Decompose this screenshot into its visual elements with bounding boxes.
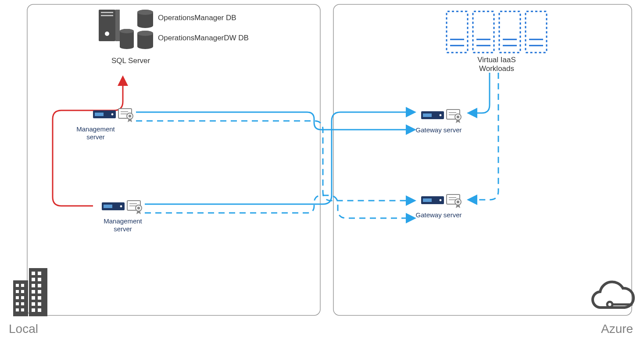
svg-rect-22: [32, 302, 35, 306]
svg-rect-11: [21, 308, 24, 311]
svg-rect-24: [32, 308, 35, 312]
svg-point-39: [137, 23, 153, 28]
svg-point-68: [457, 116, 459, 118]
svg-rect-46: [95, 113, 104, 116]
workloads-label-l1: Virtual IaaS: [477, 56, 516, 64]
svg-rect-28: [99, 10, 115, 41]
azure-boundary: [333, 4, 632, 315]
mgmt2-to-gw2: [145, 195, 415, 218]
svg-rect-34: [120, 31, 134, 47]
svg-rect-18: [32, 290, 35, 293]
database-bottom-icon: [137, 31, 153, 49]
gateway-server-2: [421, 194, 461, 208]
svg-rect-12: [32, 272, 35, 275]
svg-rect-8: [16, 302, 19, 305]
database-left-icon: [120, 29, 134, 49]
svg-rect-0: [13, 280, 28, 316]
db1-label: OperationsManager DB: [158, 14, 236, 22]
svg-rect-17: [38, 284, 41, 287]
svg-rect-13: [38, 272, 41, 275]
svg-point-40: [137, 10, 153, 15]
mgmt-server-2: [102, 201, 142, 214]
svg-rect-9: [21, 302, 24, 305]
svg-rect-25: [38, 308, 41, 312]
svg-point-44: [137, 31, 153, 36]
database-top-icon: [137, 10, 153, 28]
svg-rect-16: [32, 284, 35, 287]
svg-rect-5: [21, 290, 24, 293]
svg-rect-86: [526, 11, 547, 53]
svg-rect-23: [38, 302, 41, 306]
svg-rect-62: [423, 113, 432, 117]
svg-point-55: [120, 205, 122, 208]
db2-label: OperationsManagerDW DB: [158, 34, 249, 42]
workloads-to-gw2: [469, 73, 498, 200]
svg-rect-54: [104, 205, 112, 208]
svg-rect-6: [16, 296, 19, 299]
svg-point-26: [607, 302, 612, 307]
local-boundary: [27, 4, 320, 315]
svg-rect-14: [32, 278, 35, 281]
svg-rect-77: [447, 11, 468, 53]
gw1-label: Gateway server: [415, 126, 462, 134]
svg-rect-80: [473, 11, 494, 53]
svg-rect-83: [499, 11, 520, 53]
cloud-icon: [593, 282, 633, 308]
svg-rect-29: [115, 10, 120, 41]
svg-rect-4: [16, 290, 19, 293]
mgmt2-label-l1: Management: [104, 217, 142, 225]
workloads-to-gw1: [469, 73, 490, 113]
svg-point-52: [129, 115, 131, 117]
svg-point-71: [440, 199, 442, 202]
mgmt1-to-gw2: [136, 121, 415, 201]
sql-server-group: [99, 10, 153, 49]
svg-rect-30: [101, 12, 113, 13]
rack-server-icon: [99, 10, 120, 41]
svg-point-47: [111, 113, 114, 116]
workloads-label-l2: Workloads: [479, 64, 514, 73]
svg-rect-7: [21, 296, 24, 299]
svg-point-35: [120, 45, 134, 49]
svg-rect-10: [16, 308, 19, 311]
svg-rect-70: [423, 198, 432, 202]
svg-rect-15: [38, 278, 41, 281]
local-env-label: Local: [9, 322, 38, 336]
svg-rect-3: [21, 284, 24, 287]
mgmt-server-1: [93, 109, 133, 122]
gateway-server-1: [421, 110, 461, 123]
svg-rect-2: [16, 284, 19, 287]
svg-rect-31: [101, 15, 113, 16]
svg-point-32: [105, 32, 109, 36]
mgmt-to-sql-flow: [53, 77, 123, 206]
sql-server-label: SQL Server: [111, 57, 150, 65]
architecture-diagram: Local Azure: [0, 0, 644, 343]
mgmt2-label-l2: server: [114, 225, 132, 233]
svg-point-60: [137, 207, 140, 209]
building-icon: [13, 268, 47, 316]
svg-point-43: [137, 44, 153, 49]
gw2-label: Gateway server: [415, 211, 462, 219]
svg-rect-20: [32, 296, 35, 300]
virtual-workloads: [447, 11, 547, 53]
svg-point-63: [440, 114, 442, 117]
svg-point-36: [120, 29, 134, 33]
mgmt1-label-l2: server: [86, 133, 105, 141]
mgmt2-to-gw1: [145, 112, 415, 204]
svg-rect-21: [38, 296, 41, 300]
azure-env-label: Azure: [601, 322, 633, 336]
mgmt1-label-l1: Management: [76, 125, 115, 133]
svg-point-76: [457, 201, 459, 203]
svg-rect-19: [38, 290, 41, 293]
